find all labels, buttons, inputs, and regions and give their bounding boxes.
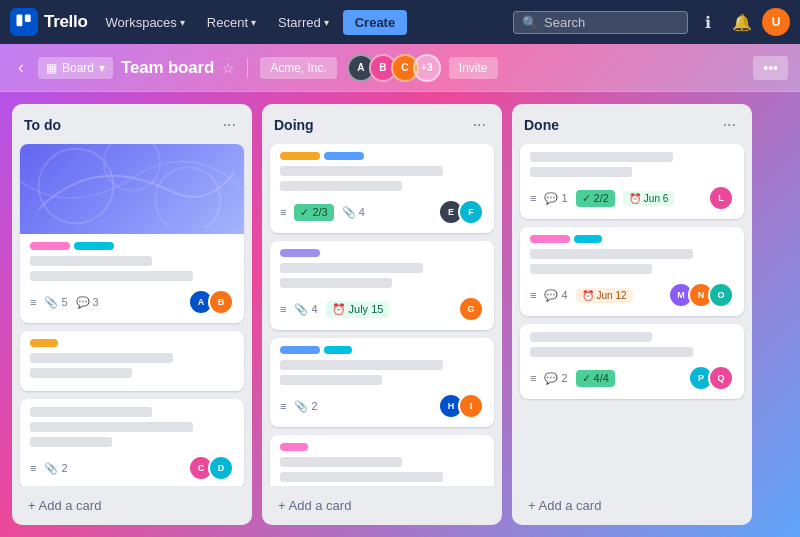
navbar: Trello Workspaces ▾ Recent ▾ Starred ▾ C… [0, 0, 800, 44]
card-meta: ≡ 📎 2 [280, 400, 318, 413]
card-meta-menu: ≡ [530, 289, 536, 301]
card-meta: ≡ 💬 1 ✓ 2/2 ⏰ Jun 6 [530, 190, 674, 207]
info-button[interactable]: ℹ [694, 8, 722, 36]
card-meta: ≡ 💬 4 ⏰ Jun 12 [530, 288, 633, 303]
card-meta-attach: 📎 2 [44, 462, 67, 475]
svg-point-2 [39, 149, 114, 224]
card-title-line-1 [30, 407, 152, 417]
user-avatar[interactable]: U [762, 8, 790, 36]
list-doing-title: Doing [274, 117, 314, 133]
label-yellow [280, 152, 320, 160]
list-todo-footer: + Add a card [12, 486, 252, 525]
list-doing-menu-button[interactable]: ··· [469, 114, 490, 136]
card-doing-4[interactable]: ≡ 📎 4 💬 4 J K [270, 435, 494, 486]
card-footer: ≡ 💬 1 ✓ 2/2 ⏰ Jun 6 [530, 185, 734, 211]
more-members-button[interactable]: +3 [413, 54, 441, 82]
label-purple [280, 249, 320, 257]
card-done-3[interactable]: ≡ 💬 2 ✓ 4/4 P Q [520, 324, 744, 399]
list-doing-cards: ≡ ✓ 2/3 📎 4 E F [262, 144, 502, 486]
card-doing-1[interactable]: ≡ ✓ 2/3 📎 4 E F [270, 144, 494, 233]
card-footer: ≡ 💬 4 ⏰ Jun 12 M N O [530, 282, 734, 308]
card-meta: ≡ 💬 2 ✓ 4/4 [530, 370, 615, 387]
card-title-line-2 [30, 422, 193, 432]
card-title-line-1 [30, 353, 173, 363]
card-meta-comment: 💬 4 [544, 289, 567, 302]
card-done-2[interactable]: ≡ 💬 4 ⏰ Jun 12 M N O [520, 227, 744, 316]
label-cyan [74, 242, 114, 250]
card-title-line-1 [30, 256, 152, 266]
card-avatar-1: L [708, 185, 734, 211]
list-todo-menu-button[interactable]: ··· [219, 114, 240, 136]
card-meta-checklist: ✓ 4/4 [576, 370, 615, 387]
card-todo-2[interactable] [20, 331, 244, 391]
card-doing-2[interactable]: ≡ 📎 4 ⏰ July 15 G [270, 241, 494, 330]
card-doing-4-labels [280, 443, 484, 451]
list-doing: Doing ··· ≡ ✓ [262, 104, 502, 525]
card-title-line-2 [530, 264, 652, 274]
card-meta-attach: 📎 5 [44, 296, 67, 309]
card-title-line-2 [280, 472, 443, 482]
card-meta-menu: ≡ [280, 206, 286, 218]
card-meta-menu: ≡ [280, 303, 286, 315]
card-done-1[interactable]: ≡ 💬 1 ✓ 2/2 ⏰ Jun 6 [520, 144, 744, 219]
trello-logo-icon [10, 8, 38, 36]
card-todo-1[interactable]: ≡ 📎 5 💬 3 A B [20, 144, 244, 323]
divider [247, 58, 248, 78]
list-todo-header: To do ··· [12, 104, 252, 144]
board-header: ‹ ▦ Board ▾ Team board ☆ Acme, Inc. A B … [0, 44, 800, 92]
card-todo-3[interactable]: ≡ 📎 2 C D [20, 399, 244, 486]
card-todo-1-labels [30, 242, 234, 250]
label-pink [280, 443, 308, 451]
starred-button[interactable]: Starred ▾ [270, 11, 337, 34]
card-doing-3-labels [280, 346, 484, 354]
card-meta-menu: ≡ [30, 296, 36, 308]
card-title-line-1 [280, 360, 443, 370]
card-meta-menu: ≡ [30, 462, 36, 474]
list-todo: To do ··· [12, 104, 252, 525]
card-cover [20, 144, 244, 234]
recent-button[interactable]: Recent ▾ [199, 11, 264, 34]
trello-logo-text: Trello [44, 12, 88, 32]
back-button[interactable]: ‹ [12, 55, 30, 80]
card-title-line-2 [280, 375, 382, 385]
card-title-line-2 [530, 347, 693, 357]
card-footer: ≡ ✓ 2/3 📎 4 E F [280, 199, 484, 225]
workspaces-button[interactable]: Workspaces ▾ [98, 11, 193, 34]
card-meta-attach: 📎 2 [294, 400, 317, 413]
svg-point-4 [155, 167, 220, 228]
label-pink [530, 235, 570, 243]
card-avatar-1: G [458, 296, 484, 322]
card-footer: ≡ 📎 5 💬 3 A B [30, 289, 234, 315]
card-title-line-1 [530, 152, 673, 162]
add-card-button-doing[interactable]: + Add a card [272, 494, 492, 517]
card-avatar-2: D [208, 455, 234, 481]
search-input[interactable] [544, 15, 679, 30]
card-title-line-1 [530, 249, 693, 259]
card-cover-pattern [20, 144, 244, 228]
label-pink [30, 242, 70, 250]
board-more-button[interactable]: ••• [753, 56, 788, 80]
notifications-button[interactable]: 🔔 [728, 8, 756, 36]
create-button[interactable]: Create [343, 10, 407, 35]
card-avatar-2: Q [708, 365, 734, 391]
add-card-button-todo[interactable]: + Add a card [22, 494, 242, 517]
list-doing-header: Doing ··· [262, 104, 502, 144]
card-avatars: P Q [688, 365, 734, 391]
member-avatars: A B C +3 [347, 54, 441, 82]
invite-button[interactable]: Invite [449, 57, 498, 79]
add-card-button-done[interactable]: + Add a card [522, 494, 742, 517]
board-view-button[interactable]: ▦ Board ▾ [38, 57, 113, 79]
list-todo-title: To do [24, 117, 61, 133]
card-meta-menu: ≡ [280, 400, 286, 412]
search-bar[interactable]: 🔍 [513, 11, 688, 34]
card-title-line-2 [30, 368, 132, 378]
list-todo-cards: ≡ 📎 5 💬 3 A B [12, 144, 252, 486]
list-done-cards: ≡ 💬 1 ✓ 2/2 ⏰ Jun 6 [512, 144, 752, 486]
board-view-icon: ▦ [46, 61, 57, 75]
star-button[interactable]: ☆ [222, 60, 235, 76]
list-done-menu-button[interactable]: ··· [719, 114, 740, 136]
trello-logo: Trello [10, 8, 88, 36]
card-doing-3[interactable]: ≡ 📎 2 H I [270, 338, 494, 427]
card-title-line-1 [280, 263, 423, 273]
workspace-button[interactable]: Acme, Inc. [260, 57, 337, 79]
